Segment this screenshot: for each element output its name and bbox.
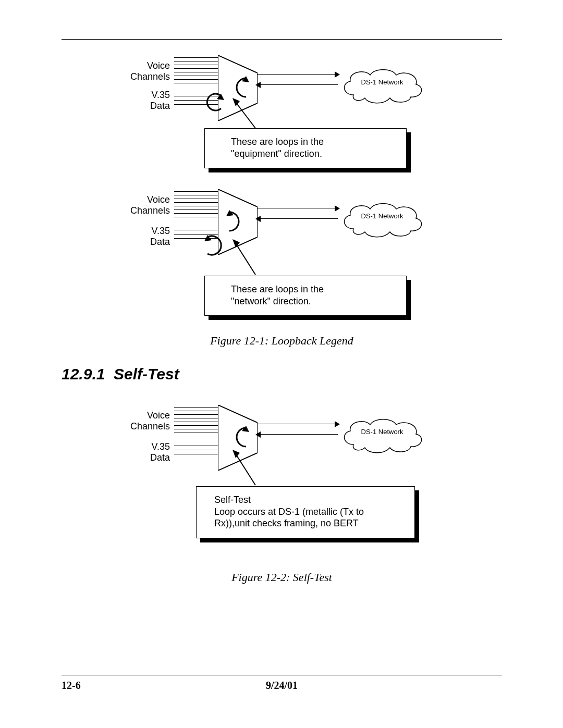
callout-equipment: These are loops in the "equipment" direc… <box>204 128 407 168</box>
callout-selftest: Self-Test Loop occurs at DS-1 (metallic … <box>196 486 415 538</box>
svg-line-8 <box>236 243 255 275</box>
diagram-self-test: Voice Channels V.35 Data <box>62 396 502 567</box>
external-loop-icon <box>200 91 226 114</box>
footer-rule <box>62 675 502 675</box>
svg-line-3 <box>236 102 255 128</box>
svg-marker-13 <box>232 450 240 458</box>
callout-network: These are loops in the "network" directi… <box>204 276 407 316</box>
svg-line-12 <box>236 454 255 485</box>
voice-lines-icon <box>174 191 218 220</box>
label-voice-channels: Voice Channels <box>113 410 170 431</box>
arrow-left-icon <box>255 216 261 222</box>
section-number: 12.9.1 <box>62 365 105 382</box>
label-v35-data: V.35 Data <box>113 90 170 111</box>
label-v35-data: V.35 Data <box>113 226 170 247</box>
link-in-line <box>258 84 338 85</box>
page-number: 12-6 <box>62 680 114 692</box>
section-title: Self-Test <box>114 365 179 382</box>
link-out-line <box>258 424 338 424</box>
diagram-loopback-equipment: Voice Channels V.35 Data <box>62 46 502 174</box>
callout-pointer-icon <box>229 237 261 279</box>
label-voice-channels: Voice Channels <box>113 194 170 216</box>
callout-pointer-icon <box>229 448 261 489</box>
top-rule <box>62 39 502 40</box>
link-out-line <box>258 74 338 75</box>
content-area: Voice Channels V.35 Data <box>62 39 502 584</box>
label-voice-channels: Voice Channels <box>113 60 170 82</box>
callout-text: Self-Test Loop occurs at DS-1 (metallic … <box>214 495 364 528</box>
callout-pointer-icon <box>229 96 261 132</box>
arrow-left-icon <box>255 82 261 88</box>
callout-text: These are loops in the "equipment" direc… <box>231 137 324 159</box>
voice-lines-icon <box>174 57 218 87</box>
footer-date: 9/24/01 <box>114 680 450 692</box>
svg-marker-9 <box>232 239 240 248</box>
callout-text: These are loops in the "network" directi… <box>231 284 324 306</box>
arrow-left-icon <box>255 431 261 438</box>
section-heading: 12.9.1 Self-Test <box>62 365 502 383</box>
page-footer: 12-6 9/24/01 <box>62 675 502 692</box>
external-loop-icon <box>200 232 231 260</box>
link-in-line <box>258 434 338 435</box>
cloud-label: DS-1 Network <box>338 428 426 436</box>
diagram-loopback-network: Voice Channels V.35 Data <box>62 180 502 331</box>
cloud-label: DS-1 Network <box>338 78 426 86</box>
data-lines-icon <box>174 446 218 458</box>
cloud-label: DS-1 Network <box>338 212 426 220</box>
link-out-line <box>258 208 338 208</box>
svg-marker-4 <box>232 98 240 106</box>
link-in-line <box>258 218 338 219</box>
label-v35-data: V.35 Data <box>113 441 170 463</box>
voice-lines-icon <box>174 407 218 436</box>
figure-caption-2: Figure 12-2: Self-Test <box>62 571 502 584</box>
page: Voice Channels V.35 Data <box>0 0 563 728</box>
figure-caption-1: Figure 12-1: Loopback Legend <box>62 334 502 348</box>
